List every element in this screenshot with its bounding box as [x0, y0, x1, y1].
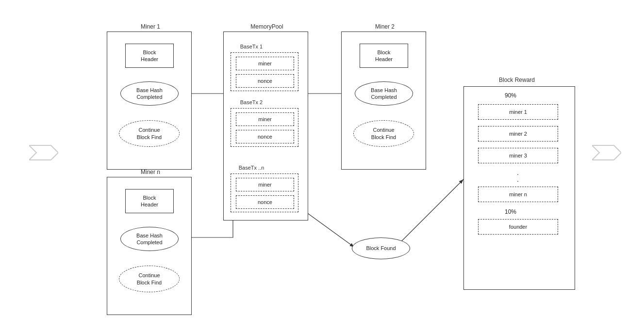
minern-continue-block: ContinueBlock Find [119, 266, 180, 292]
miner1-label: Miner 1 [124, 23, 177, 30]
minern-base-hash: Base HashCompleted [120, 227, 179, 251]
basetxn-miner: miner [236, 178, 294, 191]
memorypool-label: MemoryPool [233, 23, 301, 30]
reward-miner1: miner 1 [478, 104, 558, 120]
reward-founder: founder [478, 219, 558, 235]
percent10-label: 10% [505, 208, 516, 215]
reward-dots2: . [517, 175, 519, 183]
svg-line-9 [396, 179, 463, 247]
miner1-base-hash: Base HashCompleted [120, 81, 179, 106]
block-found: Block Found [352, 237, 410, 259]
minern-label: Miner n [124, 169, 177, 175]
right-chevron-icon [592, 143, 621, 162]
basetx1-label: BaseTx 1 [227, 44, 276, 49]
miner2-label: Miner 2 [358, 23, 412, 30]
basetx1-nonce: nonce [236, 74, 294, 88]
basetxn-nonce: nonce [236, 195, 294, 209]
miner2-base-hash: Base HashCompleted [355, 81, 413, 106]
minern-block-header: BlockHeader [125, 189, 174, 213]
basetx2-label: BaseTx 2 [227, 99, 276, 105]
miner2-block-header: BlockHeader [360, 44, 408, 68]
basetx1-miner: miner [236, 57, 294, 70]
svg-line-8 [301, 208, 354, 247]
miner1-continue-block: ContinueBlock Find [119, 120, 180, 147]
svg-marker-10 [29, 145, 58, 160]
reward-minern: miner n [478, 187, 558, 202]
miner1-block-header: BlockHeader [125, 44, 174, 68]
miner2-continue-block: ContinueBlock Find [353, 120, 414, 147]
basetx1-box: miner nonce [231, 52, 298, 91]
percent90-label: 90% [505, 92, 516, 99]
basetx2-nonce: nonce [236, 130, 294, 143]
reward-miner3: miner 3 [478, 148, 558, 163]
left-chevron-icon [29, 143, 58, 162]
svg-marker-11 [592, 145, 621, 160]
basetxn-label: BaseTx ..n [227, 165, 276, 171]
basetx2-miner: miner [236, 112, 294, 126]
diagram: Miner 1 BlockHeader Base HashCompleted C… [0, 0, 644, 331]
blockreward-label: Block Reward [463, 77, 570, 83]
reward-miner2: miner 2 [478, 126, 558, 142]
basetxn-box: miner nonce [231, 173, 298, 212]
basetx2-box: miner nonce [231, 108, 298, 147]
